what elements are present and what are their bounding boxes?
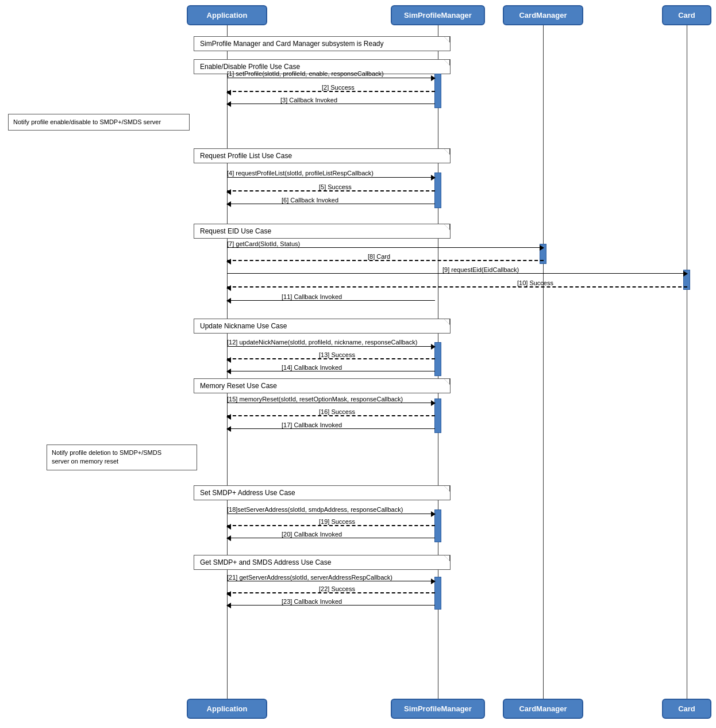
arrow-left-17 bbox=[226, 426, 231, 432]
arrow-left-14 bbox=[226, 369, 231, 374]
msg-line-7 bbox=[227, 247, 544, 248]
arrow-left-22 bbox=[226, 591, 231, 597]
msg-line-3 bbox=[227, 104, 435, 104]
msg-line-22 bbox=[227, 592, 435, 593]
msg-line-21 bbox=[227, 581, 435, 581]
msg-line-13 bbox=[227, 358, 435, 359]
usecase-request-profile-list: Request Profile List Use Case bbox=[194, 148, 451, 163]
msg-label-1: [1] setProfile(slotId, profileId, enable… bbox=[227, 70, 384, 77]
note-enable-disable-notify: Notify profile enable/disable to SMDP+/S… bbox=[8, 114, 190, 131]
msg-label-13: [13] Success bbox=[319, 351, 355, 358]
top-box-card: Card bbox=[662, 5, 711, 25]
arrow-left-20 bbox=[226, 535, 231, 541]
arrow-left-2 bbox=[226, 90, 231, 95]
msg-label-23: [23] Callback Invoked bbox=[282, 598, 342, 605]
msg-label-12: [12] updateNickName(slotId, profileId, n… bbox=[227, 339, 417, 346]
bottom-box-simprofilemanager: SimProfileManager bbox=[391, 699, 485, 719]
msg-label-6: [6] Callback Invoked bbox=[282, 197, 338, 204]
arrow-left-23 bbox=[226, 603, 231, 608]
msg-line-4 bbox=[227, 177, 435, 178]
arrow-left-5 bbox=[226, 189, 231, 195]
msg-label-22: [22] Success bbox=[319, 585, 355, 592]
msg-label-8: [8] Card bbox=[368, 253, 390, 260]
msg-line-9 bbox=[227, 273, 687, 274]
usecase-memory-reset: Memory Reset Use Case bbox=[194, 378, 451, 393]
msg-line-18 bbox=[227, 514, 435, 514]
msg-label-15: [15] memoryReset(slotId, resetOptionMask… bbox=[227, 396, 403, 403]
msg-line-8 bbox=[227, 260, 544, 261]
msg-line-16 bbox=[227, 415, 435, 416]
arrow-left-6 bbox=[226, 201, 231, 207]
bottom-box-cardmanager: CardManager bbox=[503, 699, 583, 719]
arrow-right-18 bbox=[431, 511, 436, 517]
msg-line-6 bbox=[227, 204, 435, 204]
msg-label-4: [4] requestProfileList(slotId, profileLi… bbox=[227, 170, 374, 177]
top-box-cardmanager: CardManager bbox=[503, 5, 583, 25]
arrow-right-7 bbox=[540, 245, 544, 251]
arrow-left-16 bbox=[226, 414, 231, 420]
msg-label-7: [7] getCard(SlotId, Status) bbox=[227, 240, 300, 247]
msg-label-2: [2] Success bbox=[322, 84, 355, 91]
arrow-right-9 bbox=[683, 271, 688, 277]
msg-line-17 bbox=[227, 428, 435, 429]
arrow-right-12 bbox=[431, 344, 436, 350]
msg-label-18: [18]setServerAddress(slotId, smdpAddress… bbox=[227, 506, 403, 513]
msg-label-10: [10] Success bbox=[517, 279, 553, 286]
msg-line-5 bbox=[227, 190, 435, 191]
usecase-set-smdp-address: Set SMDP+ Address Use Case bbox=[194, 485, 451, 500]
arrow-left-3 bbox=[226, 101, 231, 107]
arrow-left-19 bbox=[226, 524, 231, 530]
msg-label-17: [17] Callback Invoked bbox=[282, 422, 342, 428]
msg-label-21: [21] getServerAddress(slotId, serverAddr… bbox=[227, 574, 392, 581]
msg-line-15 bbox=[227, 403, 435, 403]
bottom-box-application: Application bbox=[187, 699, 267, 719]
msg-line-23 bbox=[227, 605, 435, 606]
msg-line-14 bbox=[227, 371, 435, 371]
msg-line-1 bbox=[227, 78, 435, 78]
top-box-simprofilemanager: SimProfileManager bbox=[391, 5, 485, 25]
msg-label-16: [16] Success bbox=[319, 408, 355, 415]
sequence-diagram: Application SimProfileManager CardManage… bbox=[0, 0, 716, 728]
msg-label-9: [9] requestEid(EidCallback) bbox=[442, 266, 519, 273]
msg-label-3: [3] Callback Invoked bbox=[280, 97, 337, 104]
usecase-request-eid: Request EID Use Case bbox=[194, 224, 451, 239]
note-memory-reset-notify: Notify profile deletion to SMDP+/SMDSser… bbox=[47, 445, 197, 470]
msg-label-5: [5] Success bbox=[319, 183, 352, 190]
msg-label-20: [20] Callback Invoked bbox=[282, 531, 342, 538]
msg-line-10 bbox=[227, 286, 687, 288]
arrow-left-10 bbox=[226, 285, 231, 291]
lifeline-card bbox=[687, 18, 687, 710]
usecase-update-nickname: Update Nickname Use Case bbox=[194, 319, 451, 334]
top-box-application: Application bbox=[187, 5, 267, 25]
arrow-right-1 bbox=[431, 75, 436, 81]
msg-line-20 bbox=[227, 538, 435, 538]
msg-line-12 bbox=[227, 346, 435, 347]
msg-line-11 bbox=[227, 300, 435, 301]
msg-label-11: [11] Callback Invoked bbox=[282, 293, 342, 300]
bottom-box-card: Card bbox=[662, 699, 711, 719]
msg-line-19 bbox=[227, 525, 435, 526]
arrow-left-8 bbox=[226, 259, 231, 265]
msg-label-19: [19] Success bbox=[319, 518, 355, 525]
usecase-get-smdp-address: Get SMDP+ and SMDS Address Use Case bbox=[194, 555, 451, 570]
arrow-right-21 bbox=[431, 578, 436, 584]
msg-label-14: [14] Callback Invoked bbox=[282, 364, 342, 371]
usecase-subsystem-ready: SimProfile Manager and Card Manager subs… bbox=[194, 36, 451, 51]
msg-line-2 bbox=[227, 91, 435, 92]
arrow-left-11 bbox=[226, 298, 231, 304]
arrow-right-15 bbox=[431, 400, 436, 406]
arrow-left-13 bbox=[226, 357, 231, 363]
lifeline-cardmgr bbox=[543, 18, 544, 710]
arrow-right-4 bbox=[431, 175, 436, 181]
